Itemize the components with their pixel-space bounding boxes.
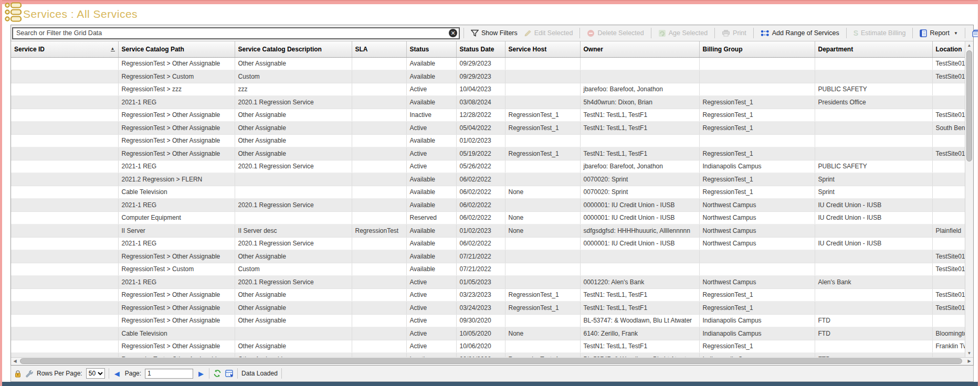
chevron-down-icon: ▼ <box>954 31 958 36</box>
table-row[interactable]: Computer EquipmentReserved06/02/2022None… <box>11 211 965 224</box>
previous-page-icon[interactable]: ◀ <box>113 370 121 378</box>
cell: Cable Television <box>118 186 235 199</box>
cell: Presidents Office <box>815 96 932 109</box>
page-number-input[interactable] <box>145 369 193 379</box>
table-row[interactable]: RegressionTest > CustomCustomAvailable07… <box>11 263 965 276</box>
column-header-service-id[interactable]: Service ID▲ <box>11 41 118 57</box>
next-page-icon[interactable]: ▶ <box>197 370 205 378</box>
table-row[interactable]: II ServerII Server descRegressionTestAva… <box>11 224 965 238</box>
table-row[interactable]: RegressionTest > Other AssignableOther A… <box>11 353 965 358</box>
column-header-service-host[interactable]: Service Host <box>505 41 580 57</box>
cell: Active <box>406 276 456 289</box>
column-header-status-date[interactable]: Status Date <box>456 41 505 57</box>
cell <box>505 57 580 70</box>
export-grid-icon[interactable] <box>225 370 234 378</box>
cell: None <box>505 224 580 238</box>
table-row[interactable]: RegressionTest > Other AssignableOther A… <box>11 314 965 327</box>
table-row[interactable]: RegressionTest > Other AssignableOther A… <box>11 250 965 263</box>
cell: Available <box>406 57 456 70</box>
table-row[interactable]: 2021.2 Regression > FLERNAvailable06/02/… <box>11 173 965 186</box>
statusbar-separator <box>209 368 209 379</box>
cell <box>11 263 118 276</box>
search-input[interactable] <box>12 27 460 39</box>
table-row[interactable]: RegressionTest > zzzzzzActive10/04/2023j… <box>11 83 965 96</box>
cell: Bloomington <box>932 327 965 340</box>
scroll-left-icon[interactable]: ◀ <box>11 358 19 365</box>
column-header-owner[interactable]: Owner <box>580 41 699 57</box>
cell: Indianapolis Campus <box>699 327 815 340</box>
table-row[interactable]: Cable TelevisionActive10/05/2020None6140… <box>11 327 965 340</box>
column-header-service-catalog-path[interactable]: Service Catalog Path <box>118 41 235 57</box>
cell: 03/23/2023 <box>456 288 505 302</box>
cell: 6140: Zerillo, Frank <box>580 327 699 340</box>
perspectives-dropdown-button[interactable]: Perspectives ▼ <box>969 29 980 37</box>
table-row[interactable]: 2021-1 REG2020.1 Regression ServiceActiv… <box>11 276 965 289</box>
cell <box>699 83 815 96</box>
table-row[interactable]: Cable TelevisionAvailable06/02/2022None0… <box>11 186 965 199</box>
vertical-scroll-thumb[interactable] <box>966 50 972 162</box>
cell: RegressionTest_1 <box>505 302 580 315</box>
column-header-service-catalog-description[interactable]: Service Catalog Description <box>235 41 352 57</box>
cell: Active <box>406 340 456 353</box>
cell: Available <box>406 199 456 212</box>
column-header-location[interactable]: Location <box>932 41 965 57</box>
cell <box>815 288 932 302</box>
table-row[interactable]: RegressionTest > Other AssignableOther A… <box>11 340 965 353</box>
cell: 12/28/2022 <box>456 109 505 122</box>
refresh-icon[interactable] <box>213 369 222 378</box>
cell <box>352 237 406 250</box>
table-row[interactable]: RegressionTest > Other AssignableOther A… <box>11 122 965 135</box>
scroll-down-icon[interactable]: ▼ <box>965 349 973 357</box>
cell <box>352 302 406 315</box>
cell: RegressionTest > Other Assignable <box>118 340 235 353</box>
cell: PUBLIC SAFETY <box>815 83 932 96</box>
table-row[interactable]: 2021-1 REG2020.1 Regression ServiceAvail… <box>11 96 965 109</box>
scroll-right-icon[interactable]: ▶ <box>965 358 973 365</box>
cell: TestSite01 <box>932 57 965 70</box>
table-row[interactable]: RegressionTest > Other AssignableOther A… <box>11 57 965 70</box>
cell: 2020.1 Regression Service <box>235 199 352 212</box>
clear-search-icon[interactable]: ✕ <box>449 29 457 37</box>
table-row[interactable]: RegressionTest > CustomCustomAvailable09… <box>11 70 965 83</box>
column-header-sla[interactable]: SLA <box>352 41 406 57</box>
toolbar-separator <box>753 28 754 38</box>
cell <box>352 199 406 212</box>
cell <box>932 353 965 358</box>
table-row[interactable]: 2021-1 REG2020.1 Regression ServiceActiv… <box>11 160 965 173</box>
table-row[interactable]: RegressionTest > Other AssignableOther A… <box>11 147 965 160</box>
table-row[interactable]: 2021-1 REG2020.1 Regression ServiceAvail… <box>11 237 965 250</box>
horizontal-scrollbar[interactable]: ◀ ▶ <box>11 357 973 365</box>
table-row[interactable]: RegressionTest > Other AssignableOther A… <box>11 134 965 147</box>
cell: Active <box>406 160 456 173</box>
cell: Available <box>406 224 456 238</box>
title-bar: Services : All Services <box>2 4 978 25</box>
page-label: Page: <box>125 370 141 377</box>
show-filters-button[interactable]: Show Filters <box>468 29 521 37</box>
grid-toolbar: ✕ Show Filters Edit Selected <box>11 25 973 41</box>
add-range-of-services-button[interactable]: Add Range of Services <box>757 29 842 37</box>
cell <box>352 276 406 289</box>
cell <box>11 96 118 109</box>
column-header-department[interactable]: Department <box>815 41 932 57</box>
cell <box>932 173 965 186</box>
vertical-scrollbar[interactable]: ▲ ▼ <box>965 41 973 357</box>
cell: RegressionTest_1 <box>505 122 580 135</box>
cell <box>932 186 965 199</box>
lock-icon[interactable] <box>14 370 22 378</box>
cell <box>815 340 932 353</box>
rows-per-page-select[interactable]: 50 <box>86 368 105 379</box>
report-dropdown-button[interactable]: Report ▼ <box>916 29 961 37</box>
column-header-billing-group[interactable]: Billing Group <box>699 41 815 57</box>
table-row[interactable]: RegressionTest > Other AssignableOther A… <box>11 302 965 315</box>
scroll-up-icon[interactable]: ▲ <box>965 41 973 49</box>
table-row[interactable]: RegressionTest > Other AssignableOther A… <box>11 288 965 302</box>
horizontal-scroll-thumb[interactable] <box>20 358 962 364</box>
wrench-icon[interactable] <box>25 370 33 378</box>
table-row[interactable]: 2021-1 REG2020.1 Regression ServiceAvail… <box>11 199 965 212</box>
cell <box>505 314 580 327</box>
rows-per-page-label: Rows Per Page: <box>37 370 82 377</box>
table-row[interactable]: RegressionTest > Other AssignableOther A… <box>11 109 965 122</box>
table-header-row: Service ID▲Service Catalog PathService C… <box>11 41 965 57</box>
column-header-status[interactable]: Status <box>406 41 456 57</box>
toolbar-separator <box>912 28 913 38</box>
